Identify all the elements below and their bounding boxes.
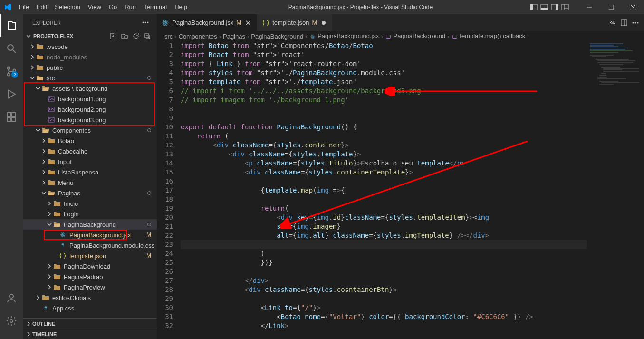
line-numbers-gutter: 1234567891011121314151617181920212223242… <box>157 41 181 339</box>
tree-item-template-json[interactable]: template.jsonM <box>23 251 157 261</box>
svg-point-50 <box>312 36 313 37</box>
menu-selection[interactable]: Selection <box>51 0 84 14</box>
collapse-all-icon[interactable] <box>144 32 151 40</box>
toggle-secondary-sidebar-icon[interactable] <box>551 3 558 11</box>
tab-modified-indicator: M <box>236 19 241 26</box>
svg-rect-3 <box>541 8 548 10</box>
tree-item-src[interactable]: src <box>23 73 157 83</box>
split-editor-icon[interactable] <box>620 19 628 27</box>
project-header[interactable]: PROJETO-FLEX <box>23 31 157 41</box>
tree-item-estilosglobais[interactable]: estilosGlobais <box>23 292 157 303</box>
tree-item-label: Cabecalho <box>58 148 87 155</box>
explorer-more-icon[interactable] <box>142 19 149 26</box>
tree-item-background1-png[interactable]: background1.png <box>23 94 157 104</box>
more-actions-icon[interactable] <box>632 19 639 27</box>
breadcrumb-item[interactable]: PaginaBackground.jsx <box>309 32 379 40</box>
tree-item-node-modules[interactable]: node_modules <box>23 52 157 62</box>
tree-item-label: public <box>47 64 63 71</box>
tree-item-paginabackground-module-css[interactable]: #PaginaBackground.module.css <box>23 240 157 251</box>
svg-rect-19 <box>7 117 11 121</box>
menu-edit[interactable]: Edit <box>33 0 51 14</box>
tree-item-paginapadrao[interactable]: PaginaPadrao <box>23 271 157 282</box>
toggle-primary-sidebar-icon[interactable] <box>530 3 538 11</box>
editor-area: PaginaBackground.jsx M template.json M s… <box>157 14 644 339</box>
minimap[interactable] <box>587 41 644 339</box>
tree-item-label: background2.png <box>58 106 106 113</box>
svg-text:#: # <box>44 306 47 311</box>
json-file-icon <box>262 19 269 27</box>
menu-view[interactable]: View <box>84 0 105 14</box>
tree-item-inicio[interactable]: Inicio <box>23 198 157 209</box>
tab-pagina-background[interactable]: PaginaBackground.jsx M <box>157 14 257 31</box>
vscode-logo-icon <box>4 3 11 11</box>
tree-item-paginabackground[interactable]: PaginaBackground <box>23 219 157 230</box>
outline-section[interactable]: OUTLINE <box>23 318 157 329</box>
close-button[interactable] <box>622 0 644 14</box>
tree-item-botao[interactable]: Botao <box>23 136 157 146</box>
timeline-section[interactable]: TIMELINE <box>23 329 157 339</box>
breadcrumb-item[interactable]: PaginaBackground <box>251 33 303 40</box>
modified-badge: M <box>146 232 151 238</box>
activity-source-control[interactable]: 2 <box>0 60 23 83</box>
activity-search[interactable] <box>0 37 23 60</box>
svg-point-15 <box>8 67 10 69</box>
tree-item-input[interactable]: Input <box>23 156 157 167</box>
activity-settings[interactable] <box>0 310 23 332</box>
svg-text:#: # <box>61 243 64 248</box>
activity-extensions[interactable] <box>0 106 23 128</box>
tree-item--vscode[interactable]: .vscode <box>23 41 157 52</box>
file-tree[interactable]: .vscodenode_modulespublicsrcassets \ bac… <box>23 41 157 318</box>
menu-run[interactable]: Run <box>121 0 140 14</box>
svg-rect-6 <box>562 4 568 10</box>
tree-item-label: src <box>47 75 55 82</box>
customize-layout-icon[interactable] <box>561 3 569 11</box>
tab-template-json[interactable]: template.json M <box>257 14 333 31</box>
tree-item-login[interactable]: Login <box>23 209 157 219</box>
new-folder-icon[interactable] <box>121 32 128 40</box>
tree-item-background2-png[interactable]: background2.png <box>23 104 157 115</box>
breadcrumb-item[interactable]: template.map() callback <box>452 32 526 40</box>
svg-point-26 <box>147 21 149 23</box>
breadcrumb-item[interactable]: Componentes <box>179 33 217 40</box>
tree-item-paginapreview[interactable]: PaginaPreview <box>23 282 157 292</box>
compare-changes-icon[interactable] <box>609 19 616 27</box>
tree-item-listasuspensa[interactable]: ListaSuspensa <box>23 167 157 177</box>
tree-item-label: App.css <box>52 305 74 312</box>
breadcrumbs[interactable]: src›Componentes›Paginas›PaginaBackground… <box>157 31 644 41</box>
tree-item-paginabackground-jsx[interactable]: PaginaBackground.jsxM <box>23 230 157 240</box>
refresh-icon[interactable] <box>132 32 140 40</box>
tree-item-paginas[interactable]: Paginas <box>23 188 157 198</box>
tree-item-componentes[interactable]: Componentes <box>23 125 157 136</box>
maximize-button[interactable] <box>600 0 622 14</box>
activity-accounts[interactable] <box>0 287 23 310</box>
tree-item-paginadownload[interactable]: PaginaDownload <box>23 261 157 271</box>
activity-explorer[interactable] <box>0 14 23 37</box>
menu-terminal[interactable]: Terminal <box>140 0 171 14</box>
new-file-icon[interactable] <box>109 32 117 40</box>
breadcrumb-item[interactable]: PaginaBackground <box>385 32 445 40</box>
menu-file[interactable]: File <box>15 0 33 14</box>
tree-item-assets---background[interactable]: assets \ background <box>23 83 157 94</box>
tree-item-cabecalho[interactable]: Cabecalho <box>23 146 157 156</box>
menu-go[interactable]: Go <box>105 0 121 14</box>
svg-rect-54 <box>386 35 390 38</box>
tree-item-app-css[interactable]: #App.css <box>23 303 157 313</box>
menu-help[interactable]: Help <box>171 0 191 14</box>
breadcrumb-item[interactable]: src <box>164 33 173 40</box>
modified-dot <box>147 76 151 80</box>
toggle-panel-icon[interactable] <box>540 3 548 11</box>
tree-item-label: PaginaPadrao <box>64 273 103 281</box>
tree-item-label: Login <box>64 211 79 218</box>
modified-dot <box>147 191 151 195</box>
tree-item-menu[interactable]: Menu <box>23 177 157 188</box>
breadcrumb-item[interactable]: Paginas <box>223 33 245 40</box>
tree-item-background3-png[interactable]: background3.png <box>23 115 157 125</box>
code-editor[interactable]: 1234567891011121314151617181920212223242… <box>157 41 644 339</box>
react-file-icon <box>162 19 169 27</box>
activity-run-debug[interactable] <box>0 83 23 106</box>
tree-item-label: PaginaPreview <box>64 284 105 291</box>
tab-close-icon[interactable] <box>244 19 252 27</box>
code-content[interactable]: import Botao from "str">'Componentes/Bot… <box>181 41 644 339</box>
minimize-button[interactable] <box>578 0 600 14</box>
tree-item-public[interactable]: public <box>23 62 157 73</box>
